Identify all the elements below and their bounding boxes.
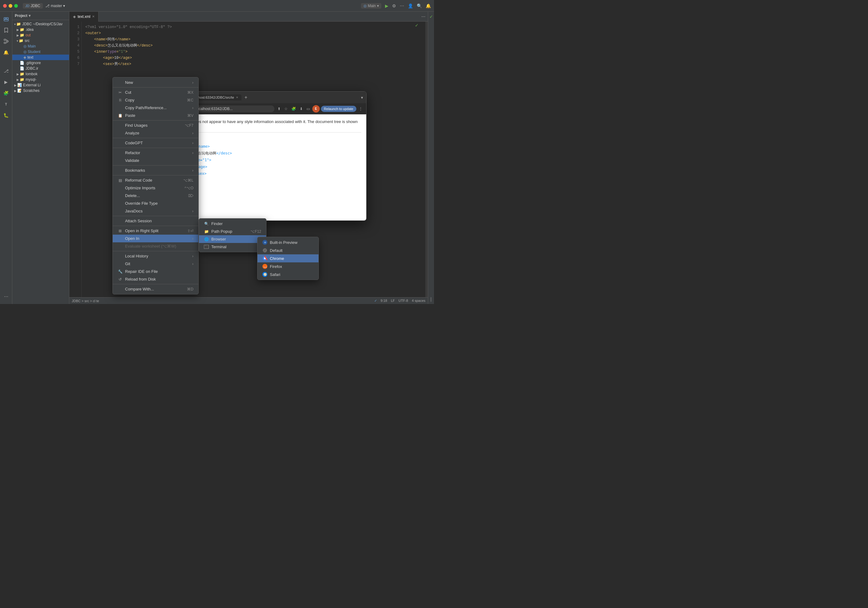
tree-label: .idea xyxy=(26,28,34,32)
tree-label: External Li xyxy=(23,83,41,87)
tree-item-scratches[interactable]: ▶ 📝 Scratches xyxy=(12,88,69,93)
minimize-button[interactable] xyxy=(9,4,12,8)
menu-item-optimize[interactable]: Optimize Imports ^⌥O xyxy=(113,184,198,192)
right-panel-icon-1[interactable]: ✓ xyxy=(428,13,434,20)
tree-item-src[interactable]: ▾ 📁 src xyxy=(12,38,69,44)
tree-item-mysql[interactable]: ▶ 📁 mysql- xyxy=(12,77,69,82)
sidebar-button[interactable]: ▭ xyxy=(305,106,311,112)
menu-item-codegpt[interactable]: CodeGPT › xyxy=(113,139,198,147)
menu-item-paste[interactable]: 📋 Paste ⌘V xyxy=(113,112,198,119)
account-button[interactable]: E xyxy=(312,105,320,112)
sidebar-icon-terminal[interactable]: T xyxy=(1,99,11,109)
browser-item-firefox[interactable]: 🦊 Firefox xyxy=(257,262,318,271)
menu-item-local-history[interactable]: Local History › xyxy=(113,252,198,260)
profile-button[interactable]: 👤 xyxy=(408,3,413,8)
project-label[interactable]: JD JDBC xyxy=(23,3,43,9)
sidebar-icon-structure[interactable] xyxy=(1,36,11,46)
code-line-3: <name>阿伟</name> xyxy=(85,36,422,42)
sidebar-icon-git[interactable]: ⎇ xyxy=(1,66,11,76)
vertical-scrollbar[interactable] xyxy=(425,22,428,297)
tree-arrow: ▾ xyxy=(17,39,18,42)
tree-item-main[interactable]: ◎ Main xyxy=(12,44,69,49)
menu-item-open-in[interactable]: Open In › xyxy=(113,235,198,243)
menu-item-validate[interactable]: Validate xyxy=(113,157,198,164)
submenu-item-terminal[interactable]: ⬛ Terminal xyxy=(199,243,266,251)
tree-item-jdbc[interactable]: ▾ 📁 JDBC ~/Desktop/CS/Jav xyxy=(12,21,69,27)
maximize-button[interactable] xyxy=(14,4,18,8)
menu-item-override[interactable]: Override File Type xyxy=(113,199,198,207)
browser-new-tab-button[interactable]: + xyxy=(243,95,249,100)
menu-item-delete[interactable]: Delete... ⌦ xyxy=(113,192,198,199)
extensions-button[interactable]: 🧩 xyxy=(290,106,297,112)
sidebar-icon-run[interactable]: ▶ xyxy=(1,77,11,87)
editor-tab-text-xml[interactable]: ◈ text.xml ✕ xyxy=(69,12,99,22)
menu-item-cut[interactable]: ✂ Cut ⌘X xyxy=(113,89,198,96)
sidebar-icon-debug[interactable]: 🐛 xyxy=(1,110,11,120)
submenu-item-path-popup[interactable]: 📁 Path Popup ⌥F12 xyxy=(199,227,266,235)
browser-expand-button[interactable]: ▾ xyxy=(361,95,363,100)
close-button[interactable] xyxy=(3,4,7,8)
tree-item-student[interactable]: ◎ Student xyxy=(12,49,69,54)
menu-item-javadocs[interactable]: JavaDocs › xyxy=(113,207,198,215)
menu-item-copy-path[interactable]: Copy Path/Reference... › xyxy=(113,104,198,112)
tree-item-jdbcir[interactable]: 📄 JDBC.ir xyxy=(12,66,69,71)
address-bar[interactable]: 🔒 localhost:63342/JDB... xyxy=(185,106,274,112)
tab-more-button[interactable]: ⋯ xyxy=(419,14,428,19)
tree-item-text[interactable]: ◈ text xyxy=(12,54,69,60)
menu-item-analyze[interactable]: Analyze › xyxy=(113,129,198,137)
notifications-button[interactable]: 🔔 xyxy=(426,3,431,8)
sidebar-icon-bookmarks[interactable] xyxy=(1,25,11,35)
menu-item-repair-ide[interactable]: 🔧 Repair IDE on File xyxy=(113,267,198,275)
sidebar-icon-plugins[interactable]: 🧩 xyxy=(1,88,11,98)
menu-item-find-usages[interactable]: Find Usages ⌥F7 xyxy=(113,121,198,129)
tab-close-button[interactable]: ✕ xyxy=(92,15,95,18)
right-panel-icon-2[interactable]: │ xyxy=(429,296,434,303)
tree-item-lombok[interactable]: ▶ 📁 lombok xyxy=(12,71,69,77)
shortcut: ⇧⏎ xyxy=(187,229,194,233)
branch-label[interactable]: ⎇ master ▾ xyxy=(45,4,65,8)
file-encoding[interactable]: UTF-8 xyxy=(398,299,408,303)
menu-item-reload[interactable]: ↺ Reload from Disk xyxy=(113,275,198,283)
indent-setting[interactable]: 4 spaces xyxy=(412,299,425,303)
menu-item-git[interactable]: Git › xyxy=(113,260,198,267)
browser-item-builtin[interactable]: ◈ Built-in Preview xyxy=(257,238,318,246)
browser-item-default[interactable]: Default xyxy=(257,246,318,254)
menu-item-reformat[interactable]: ▤ Reformat Code ⌥⌘L xyxy=(113,176,198,184)
menu-item-compare[interactable]: Compare With... ⌘D xyxy=(113,285,198,293)
relaunch-button[interactable]: Relaunch to update xyxy=(321,106,356,112)
sidebar-icon-project[interactable] xyxy=(1,14,11,24)
sidebar-icon-notifications[interactable]: 🔔 xyxy=(1,47,11,58)
downloads-button[interactable]: ⬇ xyxy=(299,106,304,112)
tree-item-idea[interactable]: ▶ 📁 .idea xyxy=(12,27,69,33)
browser-item-safari[interactable]: 🧭 Safari xyxy=(257,271,318,278)
bookmark-button[interactable]: ☆ xyxy=(283,106,289,112)
submenu-item-browser[interactable]: 🌐 Browser › xyxy=(199,235,266,243)
split-icon: ⊞ xyxy=(118,229,122,233)
run-config-label[interactable]: ◎ Main ▾ xyxy=(361,3,381,9)
tree-item-out[interactable]: ▶ 📁 out xyxy=(12,33,69,38)
debug-button[interactable]: ⚙ xyxy=(392,3,396,8)
submenu-open-in: 🔍 Finder 📁 Path Popup ⌥F12 🌐 Browser › ⬛… xyxy=(199,218,267,252)
browser-item-chrome[interactable]: Chrome xyxy=(257,254,318,262)
menu-item-bookmarks[interactable]: Bookmarks › xyxy=(113,166,198,174)
menu-label: Reload from Disk xyxy=(125,277,156,281)
menu-item-refactor[interactable]: Refactor › xyxy=(113,149,198,157)
search-button[interactable]: 🔍 xyxy=(417,3,422,8)
tree-item-gitignore[interactable]: 📄 .gitignore xyxy=(12,60,69,66)
more-button[interactable]: ⋯ xyxy=(400,3,404,8)
menu-item-copy[interactable]: ⎘ Copy ⌘C xyxy=(113,96,198,104)
menu-item-open-right-split[interactable]: ⊞ Open in Right Split ⇧⏎ xyxy=(113,227,198,235)
browser-tab-close[interactable]: ✕ xyxy=(236,96,239,99)
share-button[interactable]: ⬆ xyxy=(276,106,282,112)
menu-item-new[interactable]: New › xyxy=(113,79,198,86)
submenu-item-finder[interactable]: 🔍 Finder xyxy=(199,220,266,227)
tree-item-external[interactable]: ▶ 📊 External Li xyxy=(12,82,69,88)
cursor-position[interactable]: 9:18 xyxy=(381,299,387,303)
menu-item-attach-session[interactable]: Attach Session xyxy=(113,217,198,225)
sidebar-icon-more[interactable]: ⋯ xyxy=(1,292,11,302)
more-options-button[interactable]: ⋮ xyxy=(358,106,364,112)
xml-tag: <sex> xyxy=(103,61,114,67)
line-separator[interactable]: LF xyxy=(391,299,395,303)
run-button[interactable]: ▶ xyxy=(385,3,388,8)
line-num-4: 4 xyxy=(71,42,79,49)
